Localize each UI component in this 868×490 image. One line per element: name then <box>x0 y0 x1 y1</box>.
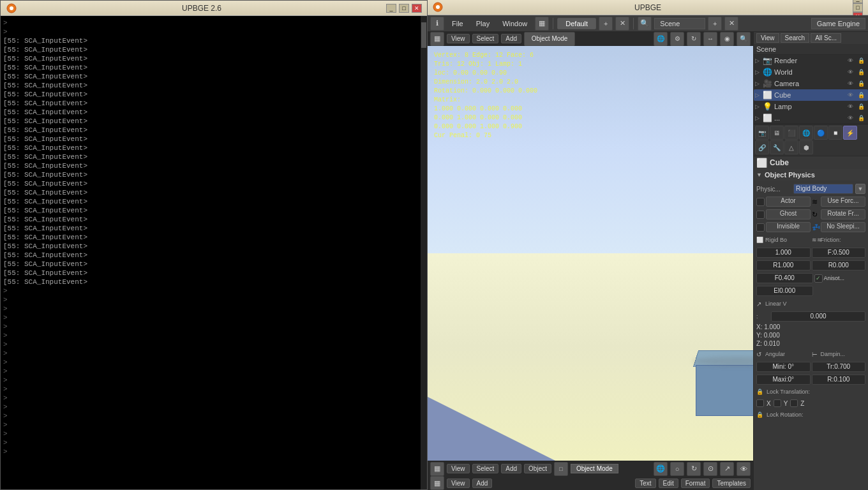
invisible-checkbox[interactable] <box>756 223 765 232</box>
prop-edit-icon[interactable]: ○ <box>670 462 684 476</box>
props-constraint-icon[interactable]: 🔗 <box>755 140 769 154</box>
second-edit-btn[interactable]: Edit <box>659 479 678 488</box>
viewport-icon-5[interactable]: ◉ <box>720 32 734 46</box>
viewport-icon-6[interactable]: 🔍 <box>737 32 751 46</box>
maximize-button[interactable]: □ <box>399 4 409 13</box>
bottom-view-btn[interactable]: View <box>447 464 470 473</box>
scene-dropdown[interactable]: Scene <box>654 18 705 29</box>
console-window-controls[interactable]: _ □ ✕ <box>386 4 422 13</box>
info-icon[interactable]: ℹ <box>430 17 444 31</box>
r-value[interactable]: R:0.100 <box>812 375 866 385</box>
viewport-icon-2[interactable]: ⚙ <box>670 32 684 46</box>
actor-checkbox[interactable] <box>756 198 765 206</box>
tree-vis-world[interactable]: 👁 <box>848 69 857 75</box>
second-add-btn[interactable]: Add <box>472 479 493 488</box>
maxi-value[interactable]: Maxi:0° <box>756 375 811 385</box>
props-data-icon[interactable]: △ <box>784 140 798 154</box>
second-bar-icon[interactable]: ▦ <box>430 476 444 490</box>
tree-vis-camera[interactable]: 👁 <box>848 80 857 87</box>
props-physics-icon[interactable]: ⚡ <box>843 126 857 140</box>
physics-section-header[interactable]: ▼ Object Physics <box>754 169 868 181</box>
viewport-menu-icon[interactable]: ▦ <box>430 32 444 46</box>
second-text-btn[interactable]: Text <box>635 479 655 488</box>
render-icon[interactable]: ↻ <box>687 462 701 476</box>
ghost-label[interactable]: Ghost <box>766 209 811 219</box>
props-view-icon[interactable]: ⬛ <box>784 126 798 140</box>
second-format-btn[interactable]: Format <box>681 479 710 488</box>
gizmo-icon[interactable]: ↗ <box>720 462 734 476</box>
workspace-tab-default[interactable]: Default <box>557 18 596 29</box>
view-btn-props[interactable]: View <box>756 33 779 43</box>
viewport-icon-1[interactable]: 🌐 <box>654 32 668 46</box>
view-icon[interactable]: 👁 <box>737 462 751 476</box>
close-button[interactable]: ✕ <box>412 4 422 13</box>
tree-item-render[interactable]: ▷ 📷 Render 👁 🔒 <box>754 55 868 66</box>
props-modifier-icon[interactable]: 🔧 <box>770 140 784 154</box>
layout-icon[interactable]: ▦ <box>535 17 549 31</box>
bottom-select-btn[interactable]: Select <box>472 464 499 473</box>
play-menu[interactable]: Play <box>471 19 495 29</box>
tree-item-lamp[interactable]: ▷ 💡 Lamp 👁 🔒 <box>754 101 868 112</box>
props-material-icon[interactable]: ⬢ <box>799 140 813 154</box>
window-menu[interactable]: Window <box>497 19 532 29</box>
viewport-view-btn[interactable]: View <box>447 34 470 43</box>
tree-item-extra[interactable]: ▷ ⬜ ... 👁 🔒 <box>754 112 868 124</box>
tree-lock-extra[interactable]: 🔒 <box>858 115 867 121</box>
props-world-icon[interactable]: 🔵 <box>814 126 828 140</box>
tree-item-world[interactable]: ▷ 🌐 World 👁 🔒 <box>754 66 868 78</box>
search-icon-top[interactable]: 🔍 <box>638 17 652 31</box>
mini-value[interactable]: Mini: 0° <box>756 362 811 372</box>
rotate-fr-label[interactable]: Rotate Fr... <box>821 209 865 219</box>
tree-vis-lamp[interactable]: 👁 <box>848 103 857 110</box>
viewport-icon-3[interactable]: ↻ <box>687 32 701 46</box>
viewport-select-btn[interactable]: Select <box>472 34 499 43</box>
props-output-icon[interactable]: 🖥 <box>770 126 784 140</box>
mass-value[interactable]: 1.000 <box>756 248 811 258</box>
lock-x-checkbox[interactable] <box>756 399 764 407</box>
physics-type-value[interactable]: Rigid Body <box>793 184 853 194</box>
bottom-object-btn[interactable]: Object <box>524 464 551 473</box>
search-btn-props[interactable]: Search <box>781 33 810 43</box>
r0-value[interactable]: R0.000 <box>812 260 866 271</box>
tree-item-cube[interactable]: ▷ ⬜ Cube 👁 🔒 <box>754 89 868 101</box>
tree-lock-camera[interactable]: 🔒 <box>858 80 867 87</box>
bottom-menu-icon[interactable]: ▦ <box>430 462 444 476</box>
second-view-btn[interactable]: View <box>447 479 470 488</box>
tree-lock-render[interactable]: 🔒 <box>858 57 867 64</box>
lv-x-value[interactable]: 0.000 <box>771 311 865 322</box>
add-scene-icon[interactable]: + <box>708 17 722 31</box>
minimize-button[interactable]: _ <box>386 4 396 13</box>
tree-lock-world[interactable]: 🔒 <box>858 69 867 75</box>
close-scene-icon[interactable]: ✕ <box>724 17 738 31</box>
object-mode-icon[interactable]: Object Mode <box>524 32 575 46</box>
object-type-icon[interactable]: □ <box>554 462 568 476</box>
f0-value[interactable]: F0.400 <box>756 273 813 283</box>
use-force-label[interactable]: Use Forc... <box>821 197 865 207</box>
tree-item-camera[interactable]: ▷ 🎥 Camera 👁 🔒 <box>754 78 868 89</box>
upbge-maximize-button[interactable]: □ <box>853 3 863 12</box>
tree-lock-lamp[interactable]: 🔒 <box>858 103 867 110</box>
viewport-3d[interactable]: Vertex: 8 Edge: 12 Face: 6 Tris: 12 Obj:… <box>428 46 753 461</box>
ghost-checkbox[interactable] <box>756 211 765 219</box>
viewport-icon-4[interactable]: ↔ <box>703 32 717 46</box>
r1-value[interactable]: R1.000 <box>756 260 811 271</box>
all-scenes-btn[interactable]: All Sc... <box>811 33 841 43</box>
el0-value[interactable]: El0.000 <box>756 286 813 296</box>
tree-lock-cube[interactable]: 🔒 <box>858 92 867 98</box>
friction-value[interactable]: F:0.500 <box>812 248 866 258</box>
anisot-checkbox[interactable]: ✓ <box>814 274 823 283</box>
tri-value[interactable]: Tr:0.700 <box>812 362 866 372</box>
props-object-icon[interactable]: ◽ <box>828 126 842 140</box>
props-scene-icon[interactable]: 🌐 <box>799 126 813 140</box>
tree-vis-extra[interactable]: 👁 <box>848 115 857 121</box>
lock-y-checkbox[interactable] <box>774 399 781 407</box>
lock-z-checkbox[interactable] <box>790 399 798 407</box>
object-mode-btn[interactable]: Object Mode <box>571 464 618 473</box>
actor-label[interactable]: Actor <box>766 197 811 207</box>
physics-type-arrow[interactable]: ▼ <box>855 184 865 194</box>
overlay-icon[interactable]: ⊙ <box>703 462 717 476</box>
tree-vis-render[interactable]: 👁 <box>848 57 857 64</box>
tree-vis-cube[interactable]: 👁 <box>848 92 857 98</box>
file-menu[interactable]: File <box>447 19 468 29</box>
snap-icon[interactable]: 🌐 <box>654 462 668 476</box>
